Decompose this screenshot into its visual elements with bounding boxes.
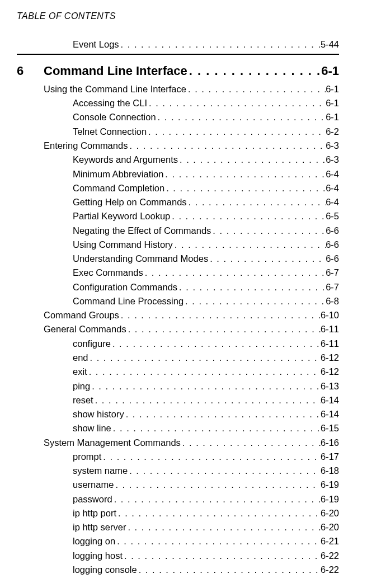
toc-body: Using the Command Line Interface. . . . …: [17, 83, 339, 576]
toc-label: ip http port: [73, 507, 116, 519]
toc-label: reset: [73, 394, 93, 406]
toc-leader: . . . . . . . . . . . . . . . . . . . . …: [101, 450, 321, 463]
toc-page: 6-5: [326, 210, 339, 222]
toc-label: Partial Keyword Lookup: [73, 210, 170, 222]
toc-label: Command Line Processing: [73, 295, 184, 307]
toc-leader: . . . . . . . . . . . . . . . . . . . . …: [93, 394, 321, 406]
toc-leader: . . . . . . . . . . . . . . . . . . . . …: [208, 252, 326, 265]
toc-leader: . . . . . . . . . . . . . . . . . . . . …: [187, 63, 321, 79]
toc-page: 6-11: [321, 337, 339, 350]
toc-leader: . . . . . . . . . . . . . . . . . . . . …: [124, 408, 321, 420]
page: TABLE OF CONTENTS Event Logs . . . . . .…: [0, 0, 367, 588]
toc-page: 6-19: [321, 493, 339, 505]
toc-entry: Understanding Command Modes. . . . . . .…: [17, 252, 339, 265]
toc-leader: . . . . . . . . . . . . . . . . . . . . …: [173, 238, 326, 251]
toc-entry: end. . . . . . . . . . . . . . . . . . .…: [17, 351, 339, 364]
toc-entry: logging on. . . . . . . . . . . . . . . …: [17, 535, 339, 547]
toc-page: 6-20: [321, 521, 339, 533]
toc-entry: ip http server. . . . . . . . . . . . . …: [17, 521, 339, 533]
toc-leader: . . . . . . . . . . . . . . . . . . . . …: [147, 97, 326, 109]
toc-label: Event Logs: [73, 38, 119, 50]
toc-entry: logging host. . . . . . . . . . . . . . …: [17, 549, 339, 562]
toc-entry: show line. . . . . . . . . . . . . . . .…: [17, 422, 339, 434]
toc-entry: Partial Keyword Lookup. . . . . . . . . …: [17, 210, 339, 222]
toc-page: 6-12: [321, 365, 339, 378]
toc-label: system name: [73, 464, 128, 477]
toc-entry: prompt. . . . . . . . . . . . . . . . . …: [17, 450, 339, 463]
toc-entry: exit. . . . . . . . . . . . . . . . . . …: [17, 365, 339, 378]
toc-page: 6-6: [326, 224, 339, 237]
toc-label: Command Completion: [73, 182, 164, 194]
toc-label: show line: [73, 422, 111, 434]
toc-page: 6-3: [326, 139, 339, 152]
toc-entry: Entering Commands. . . . . . . . . . . .…: [17, 139, 339, 152]
toc-page: 6-4: [326, 196, 339, 208]
toc-page: 6-2: [326, 125, 339, 138]
toc-label: username: [73, 478, 114, 491]
toc-page: 6-10: [321, 309, 339, 321]
toc-entry: System Management Commands. . . . . . . …: [17, 436, 339, 449]
toc-page: 6-18: [321, 464, 339, 477]
toc-label: ping: [73, 380, 90, 392]
toc-leader: . . . . . . . . . . . . . . . . . . . . …: [112, 493, 321, 505]
toc-label: logging host: [73, 549, 123, 562]
toc-leader: . . . . . . . . . . . . . . . . . . . . …: [111, 337, 321, 350]
toc-entry: configure. . . . . . . . . . . . . . . .…: [17, 337, 339, 350]
toc-page: 6-15: [321, 422, 339, 434]
toc-leader: . . . . . . . . . . . . . . . . . . . . …: [187, 196, 326, 208]
toc-page: 6-12: [321, 351, 339, 364]
toc-leader: . . . . . . . . . . . . . . . . . . . . …: [87, 365, 321, 378]
chapter-title: Command Line Interface: [44, 63, 187, 79]
chapter-page: 6-1: [321, 63, 339, 79]
toc-label: password: [73, 493, 112, 505]
toc-entry: system name. . . . . . . . . . . . . . .…: [17, 464, 339, 477]
toc-label: Command Groups: [44, 309, 119, 321]
toc-entry: Minimum Abbreviation. . . . . . . . . . …: [17, 168, 339, 180]
toc-entry: Command Line Processing. . . . . . . . .…: [17, 295, 339, 307]
page-header: TABLE OF CONTENTS: [17, 11, 339, 21]
toc-page: 6-8: [326, 295, 339, 307]
toc-leader: . . . . . . . . . . . . . . . . . . . . …: [126, 323, 321, 335]
toc-page: 6-6: [326, 238, 339, 251]
toc-leader: . . . . . . . . . . . . . . . . . . . . …: [128, 139, 326, 152]
toc-page: 6-19: [321, 478, 339, 491]
toc-label: ip http server: [73, 521, 126, 533]
toc-label: System Management Commands: [44, 436, 181, 449]
toc-entry: Exec Commands. . . . . . . . . . . . . .…: [17, 266, 339, 279]
toc-page: 6-17: [321, 450, 339, 463]
divider: [17, 54, 339, 55]
toc-page: 6-11: [321, 323, 339, 335]
toc-leader: . . . . . . . . . . . . . . . . . . . . …: [186, 83, 326, 95]
toc-entry: ip http port. . . . . . . . . . . . . . …: [17, 507, 339, 519]
toc-entry: Getting Help on Commands. . . . . . . . …: [17, 196, 339, 208]
toc-leader: . . . . . . . . . . . . . . . . . . . . …: [156, 111, 326, 123]
toc-leader: . . . . . . . . . . . . . . . . . . . . …: [177, 281, 326, 293]
toc-page: 6-20: [321, 507, 339, 519]
toc-entry: Event Logs . . . . . . . . . . . . . . .…: [17, 38, 339, 50]
toc-label: Console Connection: [73, 111, 156, 123]
toc-leader: . . . . . . . . . . . . . . . . . . . . …: [126, 521, 321, 533]
toc-page: 6-14: [321, 408, 339, 420]
toc-leader: . . . . . . . . . . . . . . . . . . . . …: [170, 210, 326, 222]
toc-page: 6-16: [321, 436, 339, 449]
toc-label: Accessing the CLI: [73, 97, 147, 109]
toc-label: configure: [73, 337, 111, 350]
toc-leader: . . . . . . . . . . . . . . . . . . . . …: [147, 125, 326, 138]
toc-leader: . . . . . . . . . . . . . . . . . . . . …: [119, 309, 321, 321]
toc-leader: . . . . . . . . . . . . . . . . . . . . …: [163, 168, 326, 180]
toc-leader: . . . . . . . . . . . . . . . . . . . . …: [211, 224, 326, 237]
toc-entry: Using Command History. . . . . . . . . .…: [17, 238, 339, 251]
toc-page: 6-22: [321, 563, 339, 576]
toc-label: Keywords and Arguments: [73, 153, 178, 166]
toc-leader: . . . . . . . . . . . . . . . . . . . . …: [114, 478, 321, 491]
toc-leader: . . . . . . . . . . . . . . . . . . . . …: [143, 266, 326, 279]
toc-page: 6-3: [326, 153, 339, 166]
toc-leader: . . . . . . . . . . . . . . . . . . . . …: [90, 380, 321, 392]
toc-leader: . . . . . . . . . . . . . . . . . . . . …: [88, 351, 321, 364]
toc-label: Getting Help on Commands: [73, 196, 187, 208]
toc-page: 6-6: [326, 252, 339, 265]
toc-label: Using the Command Line Interface: [44, 83, 186, 95]
toc-leader: . . . . . . . . . . . . . . . . . . . . …: [111, 422, 321, 434]
toc-entry: reset. . . . . . . . . . . . . . . . . .…: [17, 394, 339, 406]
toc-leader: . . . . . . . . . . . . . . . . . . . . …: [119, 38, 321, 50]
